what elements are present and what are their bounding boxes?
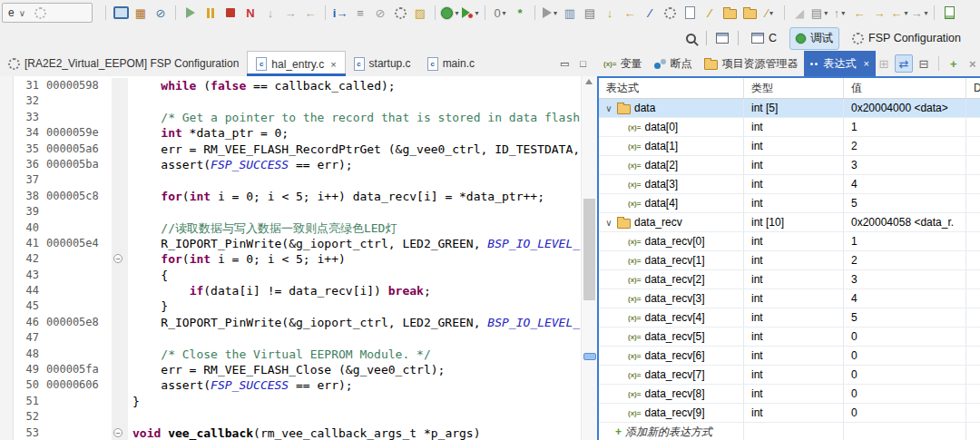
dropdown-arrow-icon[interactable]: ▾ (503, 9, 506, 17)
expression-row-data-3[interactable]: (x)=data[3]int4 (599, 175, 980, 194)
expression-row-data-recv-5[interactable]: (x)=data_recv[5]int0 (599, 328, 980, 347)
close-icon[interactable]: × (863, 58, 868, 69)
remote-console-icon[interactable] (112, 3, 130, 23)
editor-scrollbar[interactable] (581, 76, 597, 440)
column-header-1[interactable]: 表达式 (599, 78, 744, 98)
dropdown-arrow-icon[interactable]: ▾ (841, 9, 845, 17)
expression-row-data-recv-9[interactable]: (x)=data_recv[9]int0 (599, 404, 980, 423)
link-with-editor-icon[interactable]: ∕ (701, 3, 719, 23)
expression-row-data-1[interactable]: (x)=data[1]int2 (599, 137, 980, 156)
tree-expander-icon[interactable]: ∨ (604, 103, 613, 113)
dropdown-arrow-icon[interactable]: ▾ (904, 9, 907, 17)
dropdown-arrow-icon[interactable]: ▾ (824, 9, 828, 17)
expression-row-data-recv-0[interactable]: (x)=data_recv[0]int1 (599, 232, 980, 251)
external-tools-icon[interactable]: ▾ (541, 3, 559, 23)
remove-expression-icon[interactable]: × (965, 55, 980, 72)
settings-gear-icon[interactable] (391, 3, 409, 23)
expression-name-cell[interactable]: (x)=data[4] (599, 194, 744, 212)
expression-name-cell[interactable]: ∨data_recv (599, 213, 744, 231)
previous-edit-icon[interactable]: ← (850, 3, 868, 23)
expression-name-cell[interactable]: (x)=data_recv[4] (599, 308, 744, 327)
close-icon[interactable]: × (330, 59, 336, 70)
new-source-file-icon[interactable] (681, 3, 699, 23)
expression-row-[interactable]: +添加新的表达方式 (599, 423, 980, 440)
new-connection-icon[interactable]: ▤ (581, 3, 599, 23)
import-icon[interactable]: ↓ (601, 3, 619, 23)
expression-row-data-recv-7[interactable]: (x)=data_recv[7]int0 (599, 366, 980, 385)
view-tab-variables[interactable]: (x)=变量 (597, 51, 648, 76)
clean-markers-icon[interactable]: ▨ (411, 3, 429, 23)
expression-name-cell[interactable]: (x)=data_recv[7] (599, 366, 744, 384)
view-tab-breakpoints[interactable]: 断点 (648, 51, 698, 76)
collapse-all-icon[interactable]: ⊟ (916, 55, 932, 72)
launch-gear-icon[interactable] (34, 7, 46, 19)
column-header-3[interactable]: 值 (844, 78, 966, 98)
expression-name-cell[interactable]: (x)=data_recv[6] (599, 347, 744, 365)
expression-name-cell[interactable]: (x)=data[3] (599, 175, 744, 193)
inspect-icon[interactable]: ⊘ (152, 3, 170, 23)
terminate-icon[interactable] (221, 3, 240, 23)
console-columns-icon[interactable]: ▥ (561, 3, 579, 23)
show-logical-structure-icon[interactable]: ⇄ (895, 54, 913, 73)
code-editor[interactable]: 3100000598 while (false == callback_call… (0, 76, 597, 440)
tree-expander-icon[interactable]: ∨ (604, 218, 613, 228)
dropdown-arrow-icon[interactable]: ▾ (455, 9, 458, 17)
expression-name-cell[interactable]: (x)=data_recv[2] (599, 270, 744, 288)
launch-config-selector[interactable]: e ∨ (2, 3, 93, 23)
expression-name-cell[interactable]: ∨data (599, 99, 744, 117)
add-expression-icon[interactable]: + (946, 55, 962, 72)
expression-row-data-2[interactable]: (x)=data[2]int3 (599, 156, 980, 175)
expression-name-cell[interactable]: (x)=data_recv[5] (599, 328, 744, 346)
perspective-c[interactable]: C (745, 28, 783, 48)
open-project-folder-icon[interactable] (720, 3, 739, 23)
memory-usage-icon[interactable]: ▦ (132, 3, 150, 23)
format-brush-icon[interactable]: ∕▾ (760, 3, 779, 23)
step-return-icon[interactable]: ← (301, 3, 319, 23)
view-tab-project-explorer[interactable]: 项目资源管理器 (698, 51, 804, 76)
expression-row-data-recv-3[interactable]: (x)=data_recv[3]int4 (599, 289, 980, 308)
debug-launch-icon[interactable]: ▾ (441, 3, 459, 23)
previous-annotation-icon[interactable]: ↑▾ (830, 3, 848, 23)
run-launch-icon[interactable]: ▾ (461, 3, 479, 23)
expression-name-cell[interactable]: (x)=data_recv[8] (599, 385, 744, 403)
pin-editor-icon[interactable]: ◢ (790, 3, 808, 23)
expression-name-cell[interactable]: (x)=data_recv[3] (599, 289, 744, 308)
column-header-2[interactable]: 类型 (744, 78, 844, 98)
edit-pencil-icon[interactable]: ∕ (641, 3, 659, 23)
expression-row-data-recv[interactable]: ∨data_recvint [10]0x20004058 <data_r. (599, 213, 980, 232)
back-history-icon[interactable]: ←▾ (890, 3, 908, 23)
dropdown-arrow-icon[interactable]: ▾ (769, 9, 773, 17)
forward-history-icon[interactable]: →▾ (910, 3, 928, 23)
next-edit-icon[interactable]: → (870, 3, 888, 23)
open-file-folder-icon[interactable] (740, 3, 759, 23)
fold-collapse-icon[interactable]: − (113, 254, 122, 263)
open-perspective-button[interactable] (713, 28, 731, 48)
dropdown-arrow-icon[interactable]: ▾ (924, 9, 927, 17)
expression-row-data-0[interactable]: (x)=data[0]int1 (599, 118, 980, 137)
expression-name-cell[interactable]: (x)=data[0] (599, 118, 744, 136)
expression-row-data-recv-6[interactable]: (x)=data_recv[6]int0 (599, 347, 980, 366)
show-disassembly-icon[interactable]: ≡ (351, 3, 369, 23)
step-into-icon[interactable]: ↓ (261, 3, 279, 23)
perspective-debug[interactable]: 调试 (789, 27, 839, 50)
scrollbar-thumb[interactable] (583, 199, 595, 300)
editor-tab-main-c[interactable]: cmain.c (419, 51, 483, 76)
editor-tab-startup-c[interactable]: cstartup.c (346, 51, 419, 76)
load-ancillary-file-icon[interactable]: 0▾ (491, 3, 509, 23)
expression-row-data[interactable]: ∨dataint [5]0x20004000 <data> (599, 99, 980, 118)
column-header-4[interactable]: D (966, 78, 980, 98)
expression-name-cell[interactable]: +添加新的表达方式 (599, 423, 744, 440)
expression-name-cell[interactable]: (x)=data_recv[0] (599, 232, 744, 250)
show-annotations-icon[interactable]: ▤▾ (810, 3, 828, 23)
suspend-icon[interactable] (201, 3, 220, 23)
dropdown-arrow-icon[interactable]: ▾ (475, 9, 478, 17)
resume-icon[interactable] (181, 3, 200, 23)
perspective-fsp-configuration[interactable]: FSP Configuration (846, 28, 967, 48)
editor-tab-ra2e2-virtual-eepom-fsp-configuration[interactable]: [RA2E2_Virtual_EEPOM] FSP Configuration (0, 51, 247, 76)
show-type-names-icon[interactable]: ⊞ (876, 55, 892, 72)
chevron-down-icon[interactable]: ∨ (19, 8, 25, 18)
scroll-up-arrow-icon[interactable] (585, 79, 593, 84)
reset-icon[interactable]: N (241, 3, 260, 23)
expression-row-data-recv-4[interactable]: (x)=data_recv[4]int5 (599, 308, 980, 328)
expression-row-data-recv-2[interactable]: (x)=data_recv[2]int3 (599, 270, 980, 289)
